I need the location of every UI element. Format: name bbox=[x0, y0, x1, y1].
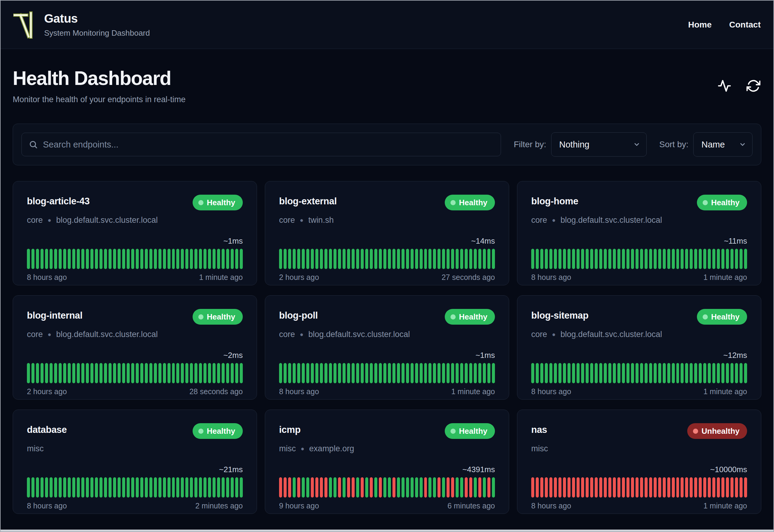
health-bar[interactable] bbox=[81, 363, 84, 383]
health-bar[interactable] bbox=[379, 477, 382, 498]
health-bar[interactable] bbox=[63, 477, 66, 498]
health-bar[interactable] bbox=[622, 477, 625, 498]
health-bar[interactable] bbox=[590, 249, 593, 269]
health-bar[interactable] bbox=[649, 477, 652, 498]
health-bar[interactable] bbox=[536, 249, 539, 269]
health-bar[interactable] bbox=[145, 477, 148, 498]
health-bar[interactable] bbox=[554, 249, 557, 269]
health-bar[interactable] bbox=[586, 363, 589, 383]
health-bar[interactable] bbox=[99, 249, 102, 269]
health-bar[interactable] bbox=[45, 249, 48, 269]
health-bar[interactable] bbox=[549, 363, 552, 383]
health-bar[interactable] bbox=[735, 477, 738, 498]
health-bar[interactable] bbox=[744, 477, 747, 498]
health-bar[interactable] bbox=[31, 363, 34, 383]
health-bar[interactable] bbox=[352, 477, 355, 498]
health-bar[interactable] bbox=[235, 363, 238, 383]
health-bar[interactable] bbox=[284, 363, 287, 383]
health-bar[interactable] bbox=[721, 363, 724, 383]
health-bar[interactable] bbox=[572, 363, 575, 383]
nav-link-home[interactable]: Home bbox=[688, 20, 712, 30]
health-bar[interactable] bbox=[176, 363, 179, 383]
health-bar[interactable] bbox=[297, 249, 300, 269]
health-bar[interactable] bbox=[663, 249, 666, 269]
health-bar[interactable] bbox=[194, 477, 197, 498]
health-bar[interactable] bbox=[545, 477, 548, 498]
health-bar[interactable] bbox=[118, 249, 121, 269]
health-bar[interactable] bbox=[676, 477, 679, 498]
health-bar[interactable] bbox=[442, 363, 445, 383]
health-bar[interactable] bbox=[740, 363, 743, 383]
health-bar[interactable] bbox=[217, 249, 220, 269]
health-bar[interactable] bbox=[90, 249, 93, 269]
activity-icon[interactable] bbox=[717, 78, 732, 94]
endpoint-card[interactable]: blog-external Healthy core ● twin.sh ~14… bbox=[265, 181, 509, 285]
health-bar[interactable] bbox=[329, 477, 332, 498]
health-bar[interactable] bbox=[113, 363, 116, 383]
health-bar[interactable] bbox=[567, 477, 571, 498]
health-bar[interactable] bbox=[54, 363, 57, 383]
endpoint-card[interactable]: blog-article-43 Healthy core ● blog.defa… bbox=[13, 181, 257, 285]
health-bar[interactable] bbox=[392, 477, 395, 498]
health-bar[interactable] bbox=[172, 477, 175, 498]
health-bar[interactable] bbox=[708, 363, 711, 383]
endpoint-card[interactable]: nas Unhealthy misc ~10000ms 8 hours ago … bbox=[517, 410, 761, 514]
health-bar[interactable] bbox=[411, 477, 414, 498]
health-bar[interactable] bbox=[469, 363, 472, 383]
health-bar[interactable] bbox=[599, 363, 602, 383]
health-bar[interactable] bbox=[50, 477, 53, 498]
health-bar[interactable] bbox=[487, 363, 490, 383]
health-bar[interactable] bbox=[347, 363, 350, 383]
health-bar[interactable] bbox=[136, 363, 139, 383]
health-bar[interactable] bbox=[487, 477, 490, 498]
health-bar[interactable] bbox=[581, 477, 584, 498]
health-bar[interactable] bbox=[329, 363, 332, 383]
refresh-icon[interactable] bbox=[746, 78, 761, 94]
health-bar[interactable] bbox=[447, 363, 450, 383]
health-bar[interactable] bbox=[388, 249, 391, 269]
health-bar[interactable] bbox=[617, 249, 620, 269]
health-bar[interactable] bbox=[536, 363, 539, 383]
health-bar[interactable] bbox=[27, 249, 30, 269]
health-bar[interactable] bbox=[288, 363, 291, 383]
health-bar[interactable] bbox=[167, 363, 171, 383]
health-bar[interactable] bbox=[402, 249, 405, 269]
health-bar[interactable] bbox=[492, 477, 495, 498]
health-bar[interactable] bbox=[451, 249, 454, 269]
health-bar[interactable] bbox=[181, 363, 184, 383]
health-bar[interactable] bbox=[717, 249, 720, 269]
health-bar[interactable] bbox=[240, 477, 243, 498]
health-bar[interactable] bbox=[213, 363, 216, 383]
health-bar[interactable] bbox=[370, 249, 373, 269]
health-bar[interactable] bbox=[447, 477, 450, 498]
health-bar[interactable] bbox=[370, 363, 373, 383]
health-bar[interactable] bbox=[113, 249, 116, 269]
health-bar[interactable] bbox=[81, 477, 84, 498]
health-bar[interactable] bbox=[581, 363, 584, 383]
health-bar[interactable] bbox=[158, 363, 161, 383]
health-bar[interactable] bbox=[293, 363, 296, 383]
health-bar[interactable] bbox=[549, 477, 552, 498]
health-bar[interactable] bbox=[31, 249, 34, 269]
endpoint-card[interactable]: blog-home Healthy core ● blog.default.sv… bbox=[517, 181, 761, 285]
health-bar[interactable] bbox=[190, 477, 193, 498]
health-bar[interactable] bbox=[654, 249, 657, 269]
health-bar[interactable] bbox=[172, 363, 175, 383]
health-bar[interactable] bbox=[104, 477, 107, 498]
health-bar[interactable] bbox=[685, 363, 688, 383]
health-bar[interactable] bbox=[240, 249, 243, 269]
health-bar[interactable] bbox=[563, 249, 566, 269]
health-bar[interactable] bbox=[154, 477, 157, 498]
health-bar[interactable] bbox=[622, 363, 625, 383]
health-bar[interactable] bbox=[437, 477, 441, 498]
health-bar[interactable] bbox=[631, 363, 634, 383]
health-bar[interactable] bbox=[222, 363, 225, 383]
health-bar[interactable] bbox=[347, 477, 350, 498]
health-bar[interactable] bbox=[703, 249, 706, 269]
health-bar[interactable] bbox=[549, 249, 552, 269]
health-bar[interactable] bbox=[167, 249, 171, 269]
health-bar[interactable] bbox=[185, 249, 188, 269]
health-bar[interactable] bbox=[185, 363, 188, 383]
health-bar[interactable] bbox=[465, 477, 468, 498]
health-bar[interactable] bbox=[744, 249, 747, 269]
